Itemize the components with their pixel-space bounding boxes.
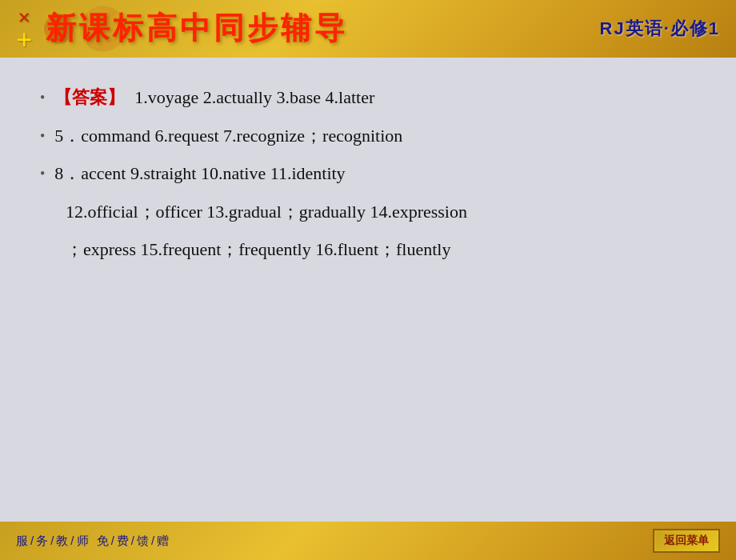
plus-icon: + [16,29,33,52]
bullet-2: • [40,123,45,149]
list-item-2: • 5．command 6.request 7.recognize；recogn… [40,120,696,152]
return-menu-button[interactable]: 返回菜单 [653,529,720,553]
math-symbols: × + [16,6,33,52]
header-title: 新课标高中同步辅导 [46,8,348,49]
answer-label: 【答案】 [54,82,125,114]
answer-list: • 【答案】 1.voyage 2.actually 3.base 4.latt… [40,82,696,190]
header-left: × + 新课标高中同步辅导 [16,6,348,52]
answer-line-2: 5．command 6.request 7.recognize；recognit… [54,120,696,152]
header-right: RJ英语·必修1 [600,17,720,41]
answer-line-5: ；express 15.frequent；frequently 16.fluen… [40,234,696,266]
list-item-1: • 【答案】 1.voyage 2.actually 3.base 4.latt… [40,82,696,114]
bullet-3: • [40,161,45,186]
footer: 服/务/教/师 免/费/馈/赠 返回菜单 [0,522,736,560]
answer-line-4: 12.official；officer 13.gradual；gradually… [40,196,696,228]
header: × + 新课标高中同步辅导 RJ英语·必修1 [0,0,736,58]
answer-line-3: 8．accent 9.straight 10.native 11.identit… [54,158,696,190]
bullet-1: • [40,85,45,110]
list-item-3: • 8．accent 9.straight 10.native 11.ident… [40,158,696,190]
header-subtitle: RJ英语·必修1 [600,18,720,38]
answer-line-1: 1.voyage 2.actually 3.base 4.latter [134,82,696,114]
footer-left-text: 服/务/教/师 免/费/馈/赠 [16,534,171,549]
main-content: • 【答案】 1.voyage 2.actually 3.base 4.latt… [0,58,736,522]
